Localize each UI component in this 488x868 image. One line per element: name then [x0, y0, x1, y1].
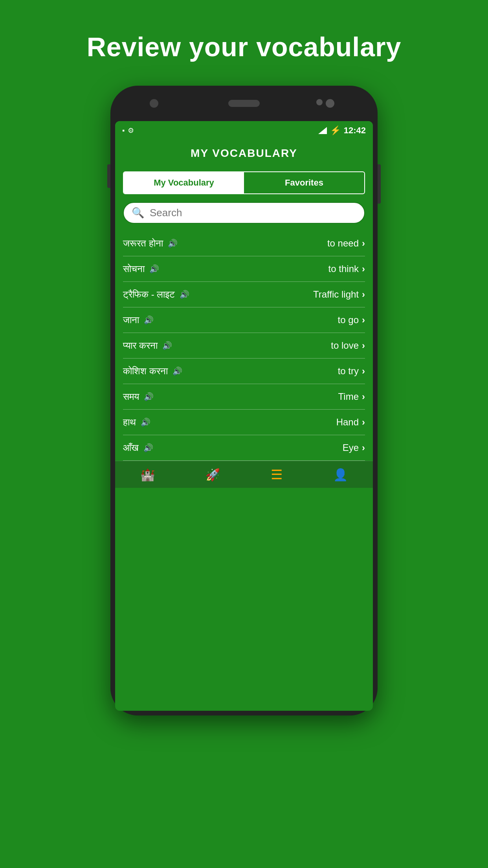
svg-marker-0 [318, 127, 327, 134]
vocab-item[interactable]: ट्रैफिक - लाइट 🔊 Traffic light › [123, 282, 365, 307]
vocab-hindi-7: हाथ [123, 417, 136, 428]
profile-icon: 👤 [333, 468, 348, 482]
nav-item-home[interactable]: 🏰 [140, 468, 155, 482]
chevron-icon-1: › [362, 263, 365, 274]
phone-screen: ▪ ⚙ ⚡ 12:42 MY VOCABULARY My Vocabulary … [115, 121, 373, 711]
search-input[interactable] [150, 207, 356, 219]
vocab-right-5: to try › [338, 366, 365, 377]
vocab-left-3: जाना 🔊 [123, 314, 154, 326]
vocab-english-6: Time [338, 391, 359, 402]
speaker-icon-0[interactable]: 🔊 [168, 239, 178, 248]
vocab-item[interactable]: कोशिश करना 🔊 to try › [123, 359, 365, 384]
chevron-icon-5: › [362, 366, 365, 377]
vocab-left-7: हाथ 🔊 [123, 417, 150, 428]
speaker-icon-3[interactable]: 🔊 [144, 315, 154, 325]
nav-item-vocabulary[interactable]: ☰ [271, 467, 283, 482]
speaker-icon-1[interactable]: 🔊 [149, 264, 159, 274]
vocab-left-1: सोचना 🔊 [123, 263, 159, 274]
phone-top-bar [110, 86, 378, 121]
chevron-icon-0: › [362, 238, 365, 249]
vocab-item[interactable]: आँख 🔊 Eye › [123, 435, 365, 461]
search-icon: 🔍 [132, 207, 144, 219]
chevron-icon-3: › [362, 314, 365, 326]
vocab-english-0: to need [327, 238, 359, 249]
vocab-left-0: जरूरत होना 🔊 [123, 238, 178, 249]
vocab-left-2: ट्रैफिक - लाइट 🔊 [123, 289, 189, 300]
nav-item-profile[interactable]: 👤 [333, 468, 348, 482]
vocab-english-8: Eye [343, 442, 359, 453]
tab-favorites[interactable]: Favorites [244, 172, 364, 193]
vocab-english-2: Traffic light [313, 289, 359, 300]
phone-sensors [316, 99, 334, 108]
status-left-icons: ▪ ⚙ [122, 126, 134, 135]
rocket-icon: 🚀 [205, 468, 220, 482]
clock: 12:42 [344, 125, 366, 136]
speaker-icon-5[interactable]: 🔊 [172, 366, 182, 376]
vocab-list: जरूरत होना 🔊 to need › सोचना 🔊 to think … [115, 231, 373, 461]
vocab-hindi-0: जरूरत होना [123, 238, 163, 249]
vocab-hindi-6: समय [123, 391, 139, 402]
speaker-icon-4[interactable]: 🔊 [162, 341, 172, 350]
sensor-dot [316, 99, 323, 105]
vocab-english-7: Hand [336, 417, 359, 428]
vocab-item[interactable]: जरूरत होना 🔊 to need › [123, 231, 365, 256]
vocab-right-4: to love › [331, 340, 365, 351]
vocab-right-6: Time › [338, 391, 365, 402]
earpiece-speaker [228, 100, 260, 107]
speaker-icon-2[interactable]: 🔊 [180, 290, 189, 299]
vocab-right-8: Eye › [343, 442, 365, 453]
power-button [378, 164, 381, 204]
vocab-item[interactable]: सोचना 🔊 to think › [123, 256, 365, 282]
vocab-english-1: to think [328, 263, 359, 274]
status-right-icons: ⚡ 12:42 [318, 125, 366, 136]
vocab-item[interactable]: हाथ 🔊 Hand › [123, 410, 365, 435]
vocab-right-2: Traffic light › [313, 289, 365, 300]
android-icon: ⚙ [128, 126, 134, 135]
chevron-icon-8: › [362, 442, 365, 453]
sd-card-icon: ▪ [122, 127, 125, 135]
vocab-english-4: to love [331, 340, 359, 351]
page-headline: Review your vocabulary [87, 31, 402, 62]
battery-icon: ⚡ [330, 125, 341, 136]
vocab-right-3: to go › [338, 314, 365, 326]
vocab-hindi-2: ट्रैफिक - लाइट [123, 289, 175, 300]
phone-shell: ▪ ⚙ ⚡ 12:42 MY VOCABULARY My Vocabulary … [110, 86, 378, 715]
front-camera-icon [150, 99, 158, 108]
vocab-left-4: प्यार करना 🔊 [123, 340, 172, 351]
volume-button [107, 164, 110, 188]
vocab-item[interactable]: जाना 🔊 to go › [123, 307, 365, 333]
vocab-left-6: समय 🔊 [123, 391, 154, 402]
vocab-item[interactable]: समय 🔊 Time › [123, 384, 365, 410]
list-icon: ☰ [271, 467, 283, 482]
speaker-icon-7[interactable]: 🔊 [141, 417, 150, 427]
speaker-icon-6[interactable]: 🔊 [144, 392, 154, 401]
vocab-left-8: आँख 🔊 [123, 442, 153, 453]
vocab-right-7: Hand › [336, 417, 365, 428]
signal-icon [318, 127, 327, 134]
vocab-right-1: to think › [328, 263, 365, 274]
speaker-icon-8[interactable]: 🔊 [143, 443, 153, 452]
tabs-container: My Vocabulary Favorites [123, 171, 365, 194]
bottom-nav: 🏰 🚀 ☰ 👤 [115, 461, 373, 488]
vocab-right-0: to need › [327, 238, 365, 249]
vocab-hindi-5: कोशिश करना [123, 366, 168, 377]
sensor-dot-large [326, 99, 334, 108]
search-bar[interactable]: 🔍 [123, 202, 365, 224]
chevron-icon-7: › [362, 417, 365, 428]
vocab-english-3: to go [338, 314, 359, 326]
chevron-icon-2: › [362, 289, 365, 300]
vocab-item[interactable]: प्यार करना 🔊 to love › [123, 333, 365, 359]
nav-item-learn[interactable]: 🚀 [205, 468, 220, 482]
vocab-hindi-4: प्यार करना [123, 340, 158, 351]
chevron-icon-6: › [362, 391, 365, 402]
status-bar: ▪ ⚙ ⚡ 12:42 [115, 121, 373, 140]
tab-my-vocabulary[interactable]: My Vocabulary [124, 172, 244, 193]
vocab-hindi-3: जाना [123, 314, 139, 326]
home-icon: 🏰 [140, 468, 155, 482]
vocab-english-5: to try [338, 366, 359, 377]
vocab-hindi-1: सोचना [123, 263, 145, 274]
vocab-left-5: कोशिश करना 🔊 [123, 366, 182, 377]
app-title: MY VOCABULARY [115, 147, 373, 160]
chevron-icon-4: › [362, 340, 365, 351]
app-header: MY VOCABULARY [115, 140, 373, 167]
